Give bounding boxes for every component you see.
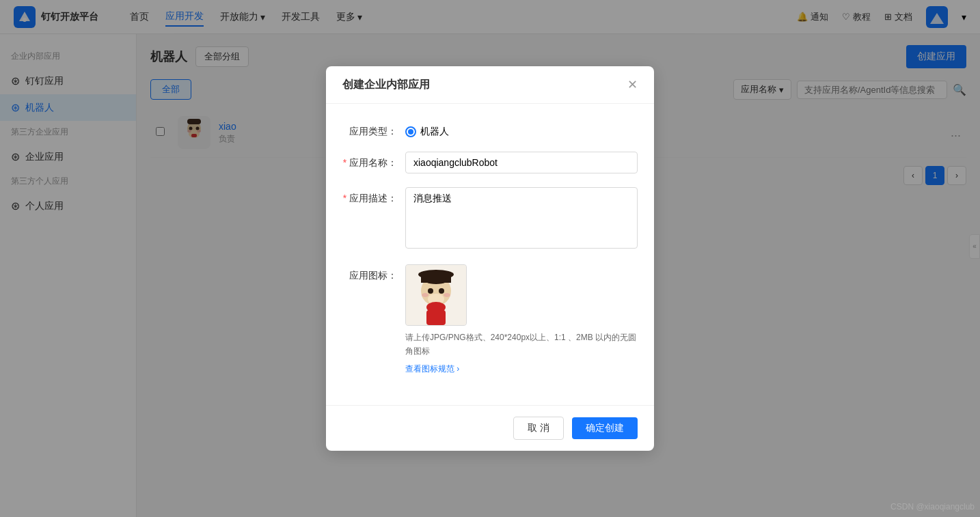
app-type-content: 机器人 <box>405 120 638 138</box>
modal-close-button[interactable]: ✕ <box>627 77 638 92</box>
radio-circle-robot <box>405 126 416 137</box>
modal-title: 创建企业内部应用 <box>342 78 430 92</box>
watermark: CSDN @xiaoqiangclub <box>890 502 975 512</box>
app-desc-label: 应用描述： <box>342 187 397 205</box>
radio-robot[interactable]: 机器人 <box>405 126 449 138</box>
radio-robot-label: 机器人 <box>420 126 449 138</box>
app-icon-label: 应用图标： <box>342 264 397 282</box>
form-row-app-desc: 应用描述： <box>342 187 638 251</box>
radio-group: 机器人 <box>405 120 638 138</box>
create-app-modal: 创建企业内部应用 ✕ 应用类型： 机器人 应用名称： <box>326 66 654 450</box>
form-row-app-type: 应用类型： 机器人 <box>342 120 638 138</box>
modal-overlay[interactable]: 创建企业内部应用 ✕ 应用类型： 机器人 应用名称： <box>0 0 980 517</box>
app-name-input[interactable] <box>405 152 638 173</box>
app-type-label: 应用类型： <box>342 120 397 138</box>
app-desc-content <box>405 187 638 251</box>
form-row-app-name: 应用名称： <box>342 152 638 173</box>
form-row-app-icon: 应用图标： <box>342 264 638 374</box>
svg-point-21 <box>444 293 450 297</box>
app-name-content <box>405 152 638 173</box>
svg-point-17 <box>418 270 454 279</box>
icon-hint: 请上传JPG/PNG格式、240*240px以上、1:1 、2MB 以内的无圆角… <box>405 331 638 357</box>
icon-image <box>406 265 466 325</box>
svg-point-19 <box>439 288 444 294</box>
svg-rect-24 <box>426 310 446 325</box>
svg-point-20 <box>422 293 428 297</box>
svg-point-18 <box>428 288 433 294</box>
confirm-create-button[interactable]: 确定创建 <box>572 417 638 439</box>
modal-body: 应用类型： 机器人 应用名称： <box>326 104 654 404</box>
modal-header: 创建企业内部应用 ✕ <box>326 66 654 104</box>
icon-preview[interactable] <box>405 264 467 326</box>
modal-footer: 取 消 确定创建 <box>326 405 654 451</box>
app-name-label: 应用名称： <box>342 152 397 169</box>
icon-link[interactable]: 查看图标规范 › <box>405 363 638 375</box>
app-desc-textarea[interactable] <box>405 187 638 249</box>
cancel-button[interactable]: 取 消 <box>513 417 564 440</box>
app-icon-content: 请上传JPG/PNG格式、240*240px以上、1:1 、2MB 以内的无圆角… <box>405 264 638 374</box>
